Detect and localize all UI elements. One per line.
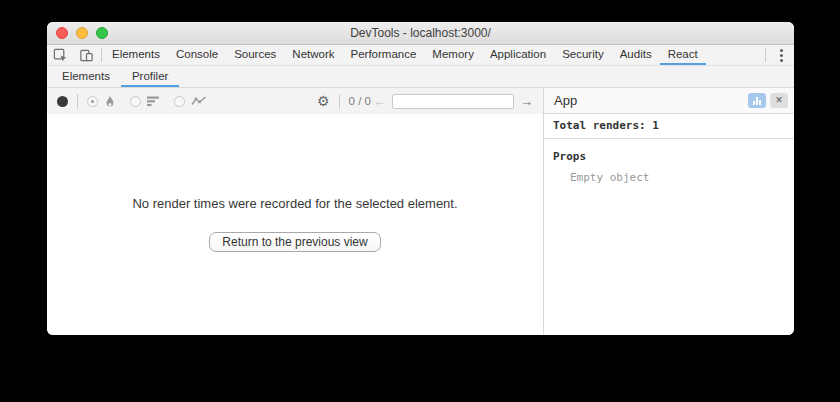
tab-memory[interactable]: Memory	[424, 45, 482, 65]
inspect-element-button[interactable]	[47, 45, 73, 65]
bar-chart-icon	[759, 100, 761, 105]
flame-icon[interactable]	[104, 95, 116, 108]
tab-sources[interactable]: Sources	[226, 45, 284, 65]
window-title: DevTools - localhost:3000/	[47, 26, 794, 40]
toolbar-divider	[101, 48, 102, 62]
close-window-button[interactable]	[56, 27, 68, 39]
profiler-toolbar: ⚙ 0 / 0 ← →	[47, 88, 543, 114]
settings-gear-icon[interactable]: ⚙	[317, 94, 330, 108]
panel-buttons: ×	[748, 93, 788, 108]
subtab-elements[interactable]: Elements	[51, 66, 121, 87]
react-subtab-bar: Elements Profiler	[47, 66, 794, 88]
props-value: Empty object	[570, 171, 785, 184]
tab-application[interactable]: Application	[482, 45, 554, 65]
profiler-body: ⚙ 0 / 0 ← → No render times were recorde…	[47, 88, 794, 335]
props-label: Props	[553, 150, 785, 163]
bar-chart-icon	[756, 97, 758, 105]
snapshot-slider[interactable]	[392, 94, 514, 109]
previous-snapshot-arrow-icon[interactable]: ←	[371, 95, 388, 108]
devtools-menu	[763, 45, 794, 65]
bar-chart-icon	[753, 101, 755, 105]
title-bar: DevTools - localhost:3000/	[47, 22, 794, 45]
maximize-window-button[interactable]	[96, 27, 108, 39]
ranked-bars-icon[interactable]	[147, 96, 160, 107]
line-chart-icon[interactable]	[191, 95, 207, 107]
ranked-radio[interactable]	[130, 96, 141, 107]
interactions-radio[interactable]	[174, 96, 185, 107]
tab-security[interactable]: Security	[554, 45, 612, 65]
tab-console[interactable]: Console	[168, 45, 226, 65]
menu-divider	[765, 48, 766, 62]
inspect-cursor-icon	[53, 48, 68, 63]
tab-performance[interactable]: Performance	[343, 45, 425, 65]
next-snapshot-arrow-icon[interactable]: →	[518, 95, 535, 108]
close-panel-icon[interactable]: ×	[770, 93, 788, 108]
total-renders-row: Total renders: 1	[544, 114, 794, 139]
toggle-device-toolbar-button[interactable]	[73, 45, 99, 65]
toolbar-divider	[77, 94, 78, 109]
selected-component-name: App	[554, 93, 577, 108]
tab-react[interactable]: React	[660, 45, 706, 65]
kebab-menu-icon[interactable]	[768, 45, 794, 65]
device-toolbar-icon	[79, 48, 94, 63]
toolbar-divider	[339, 94, 340, 109]
tab-elements[interactable]: Elements	[104, 45, 168, 65]
flamegraph-view-option[interactable]	[87, 95, 116, 108]
element-details-pane: App × Total renders: 1 Props Empty objec…	[543, 88, 794, 335]
flamegraph-radio[interactable]	[87, 96, 98, 107]
record-button[interactable]	[57, 96, 68, 107]
render-chart-button[interactable]	[748, 93, 766, 108]
devtools-window: DevTools - localhost:3000/ Elements Cons…	[47, 22, 794, 335]
ranked-view-option[interactable]	[130, 96, 160, 107]
screenshot-stage: DevTools - localhost:3000/ Elements Cons…	[0, 0, 840, 402]
details-panel-header: App ×	[544, 88, 794, 114]
snapshot-counter: 0 / 0	[349, 95, 371, 107]
subtab-profiler[interactable]: Profiler	[121, 66, 179, 87]
profiler-left-pane: ⚙ 0 / 0 ← → No render times were recorde…	[47, 88, 543, 335]
return-previous-view-button[interactable]: Return to the previous view	[209, 232, 380, 252]
tab-network[interactable]: Network	[284, 45, 342, 65]
empty-state: No render times were recorded for the se…	[47, 114, 543, 335]
traffic-lights	[56, 27, 108, 39]
empty-state-message: No render times were recorded for the se…	[132, 196, 457, 211]
tab-audits[interactable]: Audits	[612, 45, 660, 65]
minimize-window-button[interactable]	[76, 27, 88, 39]
devtools-tab-bar: Elements Console Sources Network Perform…	[47, 45, 794, 66]
interactions-view-option[interactable]	[174, 95, 207, 107]
